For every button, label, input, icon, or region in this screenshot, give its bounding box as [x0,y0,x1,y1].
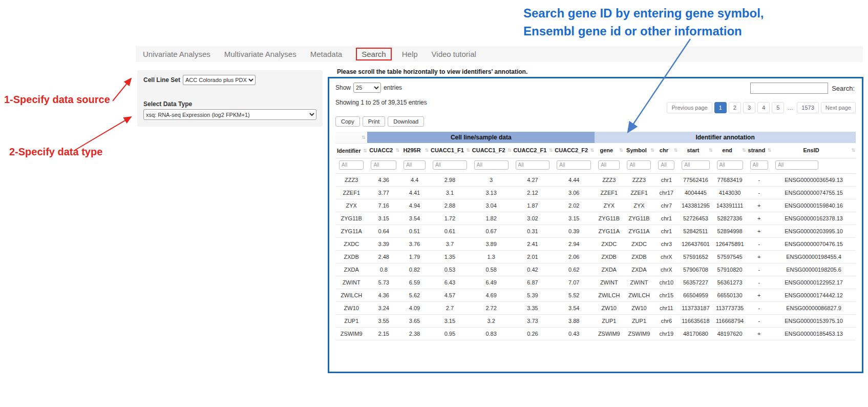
column-filter-gene[interactable] [598,160,620,170]
page-button-1573[interactable]: 1573 [797,102,818,113]
nav-item-metadata[interactable]: Metadata [310,50,343,58]
column-header-ensid[interactable]: EnsID⇅ [772,143,856,158]
sort-icon: ⇅ [396,148,400,153]
column-filter-strand[interactable] [750,160,769,170]
column-filter-start[interactable] [682,160,709,170]
nav-item-help[interactable]: Help [402,50,418,58]
table-cell: ZYG11B [623,212,654,225]
column-filter-chr[interactable] [658,160,674,170]
column-filter-ensid[interactable] [775,160,818,170]
column-filter-identifier[interactable] [339,160,364,170]
column-label: CUACC1_F1 [431,147,464,153]
cell-line-set-select[interactable]: ACC Colorado plus PDX [183,75,256,85]
table-cell: ENSG00000159840.16 [772,199,856,212]
options-panel: Cell Line Set ACC Colorado plus PDX Sele… [137,70,323,127]
filter-cell-cuacc1-f2 [471,158,512,173]
table-cell: 6.43 [429,276,471,289]
table-cell: ENSG00000185453.13 [772,327,856,340]
table-cell: + [747,199,772,212]
page-button-5[interactable]: 5 [772,102,784,113]
column-header-strand[interactable]: strand⇅ [747,143,772,158]
column-header-gene[interactable]: gene⇅ [595,143,623,158]
column-filter-symbol[interactable] [627,160,651,170]
show-label: Show [335,84,351,91]
table-cell: 57906708 [678,263,713,276]
column-header-identifier[interactable]: Identifier⇅ [335,143,367,158]
table-cell: 116668794 [713,314,747,327]
column-header-cuacc2-f1[interactable]: CUACC2_F1⇅ [512,143,554,158]
table-cell: ZYG11B [335,212,367,225]
column-filter-cuacc2-f1[interactable] [516,160,550,170]
page-button-4[interactable]: 4 [757,102,770,113]
export-buttons: CopyPrintDownload [335,116,856,127]
table-cell: ENSG00000203995.10 [772,225,856,237]
nav-item-multivariate-analyses[interactable]: Multivariate Analyses [224,50,297,58]
column-header-cuacc2[interactable]: CUACC2⇅ [367,143,400,158]
table-cell: ENSG00000174442.12 [772,289,856,301]
table-cell: - [747,276,772,289]
page-length-select[interactable]: 25 [353,83,381,93]
sort-icon: ⇅ [363,148,367,153]
table-cell: ZZEF1 [335,186,367,199]
previous-page-button[interactable]: Previous page [667,102,712,113]
next-page-button[interactable]: Next page [821,102,856,113]
sort-icon: ⇅ [590,148,595,153]
table-cell: 57910820 [713,263,747,276]
column-filter-cuacc1-f1[interactable] [433,160,467,170]
column-filter-end[interactable] [717,160,743,170]
column-label: end [722,147,732,153]
table-cell: 2.98 [429,173,471,186]
nav-item-search[interactable]: Search [356,48,392,60]
table-cell: 2.15 [367,327,400,340]
column-filter-h295r[interactable] [404,160,426,170]
table-cell: ZWINT [595,276,623,289]
table-cell: 4.27 [512,173,554,186]
column-header-symbol[interactable]: Symbol⇅ [623,143,654,158]
filter-cell-cuacc2-f2 [553,158,595,173]
table-cell: 0.58 [471,263,512,276]
table-cell: 3.89 [471,237,512,250]
column-header-cuacc1-f1[interactable]: CUACC1_F1⇅ [429,143,471,158]
table-cell: 5.39 [512,289,554,301]
table-cell: ZXDC [335,237,367,250]
table-cell: ENSG00000198205.6 [772,263,856,276]
column-filter-cuacc2-f2[interactable] [557,160,591,170]
nav-item-video-tutorial[interactable]: Video tutorial [432,50,476,58]
column-filter-cuacc2[interactable] [371,160,396,170]
data-type-select[interactable]: xsq: RNA-seq Expression (log2 FPKM+1) [143,109,316,120]
column-header-cuacc1-f2[interactable]: CUACC1_F2⇅ [471,143,512,158]
table-cell: 4143030 [713,186,747,199]
download-button[interactable]: Download [388,116,424,127]
column-filter-cuacc1-f2[interactable] [474,160,509,170]
filter-cell-symbol [623,158,654,173]
table-row: ZZEF13.774.413.13.132.123.06ZZEF1ZZEF1ch… [335,186,856,199]
table-cell: 56361273 [713,276,747,289]
page-button-3[interactable]: 3 [743,102,755,113]
page-button-1[interactable]: 1 [714,102,727,113]
search-results-panel: Show 25 entries Search: Showing 1 to 25 … [328,77,863,373]
copy-button[interactable]: Copy [335,116,360,127]
table-cell: 0.62 [553,263,595,276]
table-cell: 2.02 [553,199,595,212]
column-header-start[interactable]: start⇅ [678,143,713,158]
table-cell: 3.54 [400,212,429,225]
nav-item-univariate-analyses[interactable]: Univariate Analyses [143,50,210,58]
table-cell: 3.04 [471,199,512,212]
table-cell: 5.73 [367,276,400,289]
column-header-cuacc2-f2[interactable]: CUACC2_F2⇅ [553,143,595,158]
print-button[interactable]: Print [363,116,386,127]
table-cell: ZYG11A [335,225,367,237]
table-cell: ZXDB [595,250,623,263]
sort-icon: ⇅ [362,135,366,140]
identifier-group-cell[interactable]: ⇅ [335,132,367,143]
sort-icon: ⇅ [709,148,713,153]
column-header-h295r[interactable]: H295R⇅ [400,143,429,158]
table-cell: - [747,237,772,250]
column-header-end[interactable]: end⇅ [713,143,747,158]
table-cell: 0.95 [429,327,471,340]
table-search-input[interactable] [750,83,828,94]
table-cell: - [747,314,772,327]
table-cell: ZSWIM9 [623,327,654,340]
page-button-2[interactable]: 2 [729,102,741,113]
column-header-chr[interactable]: chr⇅ [654,143,678,158]
